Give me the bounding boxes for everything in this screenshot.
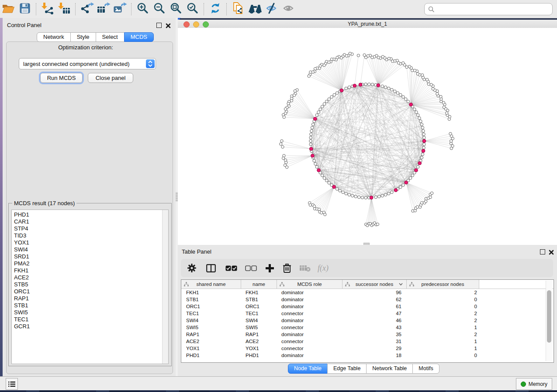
table-cell: TEC1 [241, 311, 277, 316]
control-panel-float-button[interactable] [156, 22, 162, 28]
mcds-result-title: MCDS result (17 nodes) [12, 200, 76, 206]
tab-select[interactable]: Select [96, 32, 125, 42]
network-window-titlebar[interactable]: YPA_prune.txt_1 [178, 20, 557, 28]
network-graph[interactable] [178, 28, 557, 245]
delete-table-button[interactable] [299, 265, 311, 272]
mcds-list-scrollbar[interactable] [162, 210, 168, 364]
mcds-result-item[interactable]: STB5 [12, 281, 168, 288]
tab-style[interactable]: Style [70, 32, 96, 42]
save-session-button[interactable] [17, 2, 33, 17]
mcds-result-item[interactable]: SWI4 [12, 246, 168, 253]
close-panel-button[interactable]: Close panel [88, 73, 133, 83]
tab-mcds[interactable]: MCDS [124, 32, 154, 42]
table-cell: dominator [277, 297, 343, 302]
table-cell: connector [277, 339, 343, 344]
optimization-criterion-label: Optimization criterion: [3, 44, 169, 51]
toolbar-separator [75, 3, 76, 15]
function-builder-button[interactable]: f(x) [318, 264, 329, 273]
column-header-mcds-role[interactable]: MCDS role [277, 280, 343, 289]
tab-motifs[interactable]: Motifs [412, 364, 439, 374]
table-panel-close-button[interactable] [549, 249, 554, 254]
tab-edge-table[interactable]: Edge Table [327, 364, 367, 374]
mcds-result-item[interactable]: TEC1 [12, 316, 168, 323]
import-network-button[interactable] [39, 2, 56, 17]
table-row[interactable]: ORC1ORC1dominator610 [181, 303, 554, 310]
column-header-shared-name[interactable]: shared name [181, 280, 241, 289]
memory-button[interactable]: Memory [516, 378, 552, 390]
task-history-button[interactable] [6, 378, 18, 390]
control-panel-close-button[interactable] [166, 22, 171, 28]
search-input[interactable] [435, 5, 552, 14]
table-cell: ORC1 [181, 304, 241, 309]
table-cell: RAP1 [181, 332, 241, 337]
mcds-result-item[interactable]: YOX1 [12, 239, 168, 246]
table-row[interactable]: ACE2ACE2connector311 [181, 338, 554, 345]
tab-node-table[interactable]: Node Table [288, 364, 328, 374]
duplicate-network-button[interactable] [230, 2, 246, 17]
column-header-successor-nodes[interactable]: successor nodes [343, 280, 407, 289]
toolbar-separator [204, 3, 204, 15]
node-table-body: FKH1FKH1dominator962STB1STB1dominator620… [181, 289, 554, 359]
mcds-result-item[interactable]: GCR1 [12, 323, 168, 330]
table-row[interactable]: YOX1YOX1connector291 [181, 345, 554, 352]
export-image-button[interactable] [112, 2, 128, 17]
import-table-button[interactable] [56, 2, 73, 17]
trash-icon [283, 263, 291, 273]
columns-icon [206, 264, 216, 272]
delete-column-button[interactable] [283, 263, 291, 273]
run-mcds-button[interactable]: Run MCDS [40, 73, 83, 83]
column-header-name[interactable]: name [241, 280, 277, 289]
table-row[interactable]: FKH1FKH1dominator962 [181, 289, 554, 296]
table-cell: STB1 [181, 297, 241, 302]
unchecked-boxes-icon [245, 265, 257, 271]
zoom-selected-button[interactable] [184, 2, 201, 17]
zoom-fit-button[interactable] [168, 2, 184, 17]
toggle-column-view-button[interactable] [206, 264, 216, 272]
network-canvas[interactable] [178, 28, 557, 245]
table-cell: 0 [407, 304, 479, 309]
export-network-button[interactable] [79, 2, 95, 17]
add-column-button[interactable] [266, 264, 274, 272]
column-header-predecessor-nodes[interactable]: predecessor nodes [407, 280, 479, 289]
tab-network[interactable]: Network [37, 32, 71, 42]
table-cell: FKH1 [181, 290, 241, 295]
table-row[interactable]: TEC1TEC1connector472 [181, 310, 554, 317]
mcds-result-item[interactable]: STB1 [12, 302, 168, 309]
hide-selected-button[interactable] [264, 2, 280, 17]
table-toolbar: f(x) [181, 259, 553, 277]
mcds-result-item[interactable]: SRD1 [12, 253, 168, 260]
table-row[interactable]: SWI5SWI5connector431 [181, 324, 554, 331]
criterion-dropdown[interactable]: largest connected component (undirected) [19, 58, 156, 69]
mcds-result-item[interactable]: RAP1 [12, 295, 168, 302]
mcds-result-item[interactable]: PHD1 [12, 211, 168, 218]
table-row[interactable]: RAP1RAP1dominator352 [181, 331, 554, 338]
mcds-result-item[interactable]: CAR1 [12, 218, 168, 225]
deselect-all-button[interactable] [245, 265, 257, 271]
mcds-result-item[interactable]: ORC1 [12, 288, 168, 295]
table-scrollbar-thumb[interactable] [547, 290, 551, 343]
zoom-out-button[interactable] [151, 2, 168, 17]
table-row[interactable]: PHD1PHD1dominator180 [181, 352, 554, 359]
table-row[interactable]: STB1STB1dominator620 [181, 296, 554, 303]
table-scrollbar[interactable] [546, 281, 552, 361]
mcds-result-item[interactable]: STP4 [12, 225, 168, 232]
zoom-in-button[interactable] [135, 2, 151, 17]
export-table-button[interactable] [95, 2, 112, 17]
select-all-button[interactable] [225, 265, 237, 271]
refresh-layout-button[interactable] [207, 2, 224, 17]
mcds-result-item[interactable]: PMA2 [12, 260, 168, 267]
show-all-button[interactable] [280, 2, 297, 17]
column-settings-button[interactable] [187, 263, 197, 273]
tab-network-table[interactable]: Network Table [366, 364, 413, 374]
table-panel-float-button[interactable] [540, 249, 546, 254]
export-image-icon [113, 2, 127, 16]
mcds-result-item[interactable]: FKH1 [12, 267, 168, 274]
table-cell: 2 [407, 318, 479, 323]
find-neighbors-button[interactable] [246, 2, 264, 17]
mcds-result-item[interactable]: SWI5 [12, 309, 168, 316]
mcds-result-item[interactable]: TID3 [12, 232, 168, 239]
mcds-result-item[interactable]: ACE2 [12, 274, 168, 281]
table-row[interactable]: SWI4SWI4dominator462 [181, 317, 554, 324]
table-cell: SWI4 [241, 318, 277, 323]
open-file-button[interactable] [0, 2, 17, 17]
